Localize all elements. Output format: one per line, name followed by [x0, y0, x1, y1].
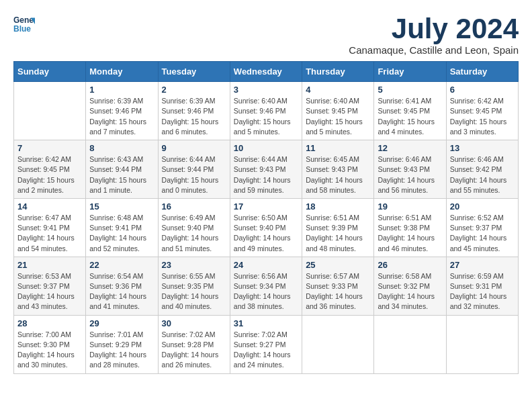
day-number: 28 — [17, 318, 82, 328]
calendar-cell: 1Sunrise: 6:39 AM Sunset: 9:46 PM Daylig… — [86, 82, 158, 140]
calendar-cell: 3Sunrise: 6:40 AM Sunset: 9:46 PM Daylig… — [230, 82, 302, 140]
day-detail: Sunrise: 6:58 AM Sunset: 9:32 PM Dayligh… — [378, 271, 442, 312]
day-number: 27 — [450, 260, 515, 270]
day-detail: Sunrise: 6:55 AM Sunset: 9:35 PM Dayligh… — [162, 271, 226, 312]
day-detail: Sunrise: 6:40 AM Sunset: 9:45 PM Dayligh… — [306, 96, 370, 137]
svg-text:General: General — [13, 15, 35, 25]
weekday-header-tuesday: Tuesday — [158, 62, 230, 82]
calendar-week-3: 14Sunrise: 6:47 AM Sunset: 9:41 PM Dayli… — [14, 198, 519, 257]
weekday-header-row: SundayMondayTuesdayWednesdayThursdayFrid… — [14, 62, 519, 82]
day-number: 22 — [89, 260, 154, 270]
day-number: 16 — [162, 201, 226, 212]
day-detail: Sunrise: 6:44 AM Sunset: 9:44 PM Dayligh… — [162, 154, 226, 195]
calendar-cell: 20Sunrise: 6:52 AM Sunset: 9:37 PM Dayli… — [446, 198, 518, 257]
calendar-cell: 9Sunrise: 6:44 AM Sunset: 9:44 PM Daylig… — [158, 140, 230, 199]
location-subtitle: Canamaque, Castille and Leon, Spain — [349, 44, 519, 56]
calendar-week-5: 28Sunrise: 7:00 AM Sunset: 9:30 PM Dayli… — [14, 315, 519, 373]
day-number: 19 — [378, 201, 442, 212]
calendar-cell: 18Sunrise: 6:51 AM Sunset: 9:39 PM Dayli… — [302, 198, 374, 257]
calendar-cell: 11Sunrise: 6:45 AM Sunset: 9:43 PM Dayli… — [302, 140, 374, 199]
calendar-cell: 23Sunrise: 6:55 AM Sunset: 9:35 PM Dayli… — [158, 257, 230, 315]
calendar-cell: 31Sunrise: 7:02 AM Sunset: 9:27 PM Dayli… — [230, 315, 302, 373]
day-number: 2 — [162, 85, 226, 95]
calendar-cell — [302, 315, 374, 373]
day-detail: Sunrise: 7:02 AM Sunset: 9:28 PM Dayligh… — [162, 330, 226, 371]
day-number: 12 — [378, 143, 442, 153]
calendar-table: SundayMondayTuesdayWednesdayThursdayFrid… — [13, 61, 519, 373]
calendar-cell: 6Sunrise: 6:42 AM Sunset: 9:45 PM Daylig… — [446, 82, 518, 140]
calendar-cell: 19Sunrise: 6:51 AM Sunset: 9:38 PM Dayli… — [374, 198, 446, 257]
day-detail: Sunrise: 6:44 AM Sunset: 9:43 PM Dayligh… — [234, 154, 298, 195]
day-detail: Sunrise: 6:51 AM Sunset: 9:38 PM Dayligh… — [378, 213, 442, 254]
day-number: 21 — [17, 260, 82, 270]
day-detail: Sunrise: 6:40 AM Sunset: 9:46 PM Dayligh… — [234, 96, 298, 137]
calendar-cell: 7Sunrise: 6:42 AM Sunset: 9:45 PM Daylig… — [14, 140, 86, 199]
day-number: 24 — [234, 260, 298, 270]
month-year-title: July 2024 — [349, 13, 519, 44]
weekday-header-friday: Friday — [374, 62, 446, 82]
calendar-cell: 10Sunrise: 6:44 AM Sunset: 9:43 PM Dayli… — [230, 140, 302, 199]
calendar-cell: 16Sunrise: 6:49 AM Sunset: 9:40 PM Dayli… — [158, 198, 230, 257]
day-detail: Sunrise: 6:39 AM Sunset: 9:46 PM Dayligh… — [89, 96, 154, 137]
calendar-cell: 8Sunrise: 6:43 AM Sunset: 9:44 PM Daylig… — [86, 140, 158, 199]
calendar-cell — [14, 82, 86, 140]
day-detail: Sunrise: 6:41 AM Sunset: 9:45 PM Dayligh… — [378, 96, 442, 137]
day-detail: Sunrise: 6:42 AM Sunset: 9:45 PM Dayligh… — [450, 96, 515, 137]
day-number: 8 — [89, 143, 154, 153]
day-number: 14 — [17, 201, 82, 212]
calendar-week-4: 21Sunrise: 6:53 AM Sunset: 9:37 PM Dayli… — [14, 257, 519, 315]
calendar-cell: 14Sunrise: 6:47 AM Sunset: 9:41 PM Dayli… — [14, 198, 86, 257]
day-detail: Sunrise: 6:57 AM Sunset: 9:33 PM Dayligh… — [306, 271, 370, 312]
day-detail: Sunrise: 7:01 AM Sunset: 9:29 PM Dayligh… — [89, 330, 154, 371]
weekday-header-saturday: Saturday — [446, 62, 518, 82]
calendar-cell: 29Sunrise: 7:01 AM Sunset: 9:29 PM Dayli… — [86, 315, 158, 373]
day-number: 6 — [450, 85, 515, 95]
calendar-cell: 2Sunrise: 6:39 AM Sunset: 9:46 PM Daylig… — [158, 82, 230, 140]
calendar-header: SundayMondayTuesdayWednesdayThursdayFrid… — [14, 62, 519, 82]
day-number: 13 — [450, 143, 515, 153]
calendar-cell: 24Sunrise: 6:56 AM Sunset: 9:34 PM Dayli… — [230, 257, 302, 315]
day-number: 11 — [306, 143, 370, 153]
day-number: 26 — [378, 260, 442, 270]
calendar-week-1: 1Sunrise: 6:39 AM Sunset: 9:46 PM Daylig… — [14, 82, 519, 140]
day-detail: Sunrise: 6:56 AM Sunset: 9:34 PM Dayligh… — [234, 271, 298, 312]
day-number: 4 — [306, 85, 370, 95]
day-number: 18 — [306, 201, 370, 212]
calendar-cell: 21Sunrise: 6:53 AM Sunset: 9:37 PM Dayli… — [14, 257, 86, 315]
day-detail: Sunrise: 7:00 AM Sunset: 9:30 PM Dayligh… — [17, 330, 82, 371]
day-detail: Sunrise: 6:59 AM Sunset: 9:31 PM Dayligh… — [450, 271, 515, 312]
day-number: 1 — [89, 85, 154, 95]
weekday-header-sunday: Sunday — [14, 62, 86, 82]
calendar-cell: 28Sunrise: 7:00 AM Sunset: 9:30 PM Dayli… — [14, 315, 86, 373]
calendar-cell: 26Sunrise: 6:58 AM Sunset: 9:32 PM Dayli… — [374, 257, 446, 315]
title-area: July 2024 Canamaque, Castille and Leon, … — [349, 13, 519, 56]
calendar-cell — [446, 315, 518, 373]
day-number: 20 — [450, 201, 515, 212]
weekday-header-thursday: Thursday — [302, 62, 374, 82]
calendar-cell: 15Sunrise: 6:48 AM Sunset: 9:41 PM Dayli… — [86, 198, 158, 257]
day-detail: Sunrise: 7:02 AM Sunset: 9:27 PM Dayligh… — [234, 330, 298, 371]
calendar-cell: 5Sunrise: 6:41 AM Sunset: 9:45 PM Daylig… — [374, 82, 446, 140]
calendar-cell: 17Sunrise: 6:50 AM Sunset: 9:40 PM Dayli… — [230, 198, 302, 257]
day-detail: Sunrise: 6:53 AM Sunset: 9:37 PM Dayligh… — [17, 271, 82, 312]
day-detail: Sunrise: 6:46 AM Sunset: 9:42 PM Dayligh… — [450, 154, 515, 195]
day-number: 5 — [378, 85, 442, 95]
day-detail: Sunrise: 6:47 AM Sunset: 9:41 PM Dayligh… — [17, 213, 82, 254]
day-detail: Sunrise: 6:50 AM Sunset: 9:40 PM Dayligh… — [234, 213, 298, 254]
weekday-header-monday: Monday — [86, 62, 158, 82]
calendar-cell: 22Sunrise: 6:54 AM Sunset: 9:36 PM Dayli… — [86, 257, 158, 315]
day-detail: Sunrise: 6:48 AM Sunset: 9:41 PM Dayligh… — [89, 213, 154, 254]
calendar-cell — [374, 315, 446, 373]
day-number: 29 — [89, 318, 154, 328]
day-detail: Sunrise: 6:52 AM Sunset: 9:37 PM Dayligh… — [450, 213, 515, 254]
day-detail: Sunrise: 6:46 AM Sunset: 9:43 PM Dayligh… — [378, 154, 442, 195]
calendar-cell: 27Sunrise: 6:59 AM Sunset: 9:31 PM Dayli… — [446, 257, 518, 315]
day-number: 9 — [162, 143, 226, 153]
day-number: 31 — [234, 318, 298, 328]
day-detail: Sunrise: 6:51 AM Sunset: 9:39 PM Dayligh… — [306, 213, 370, 254]
page-header: General Blue July 2024 Canamaque, Castil… — [13, 13, 519, 56]
day-detail: Sunrise: 6:39 AM Sunset: 9:46 PM Dayligh… — [162, 96, 226, 137]
day-detail: Sunrise: 6:43 AM Sunset: 9:44 PM Dayligh… — [89, 154, 154, 195]
day-number: 30 — [162, 318, 226, 328]
day-detail: Sunrise: 6:45 AM Sunset: 9:43 PM Dayligh… — [306, 154, 370, 195]
